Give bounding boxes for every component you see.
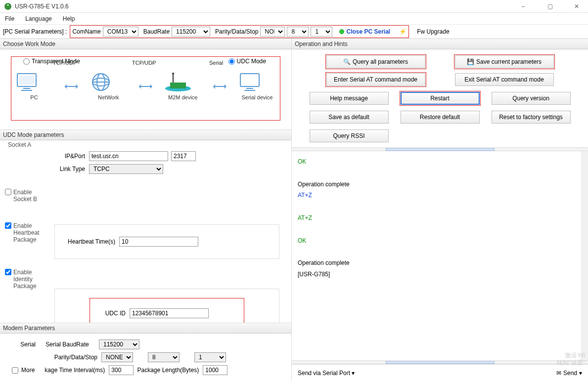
modem-databits-select[interactable]: 8 xyxy=(148,352,180,362)
enter-at-label: Enter Serial AT command mode xyxy=(334,76,417,83)
udc-mode-label: UDC Mode xyxy=(237,58,266,65)
enable-identity-label: Enable Identity Package xyxy=(13,269,43,290)
linktype-select[interactable]: TCPC xyxy=(89,164,163,174)
udc-mode-radio[interactable]: UDC Mode xyxy=(228,58,266,65)
menu-language[interactable]: Language xyxy=(23,14,53,23)
modem-stopbits-select[interactable]: 1 xyxy=(194,352,226,362)
udc-id-label: UDC ID xyxy=(95,310,130,317)
serial-label: Serial xyxy=(5,341,40,348)
ip-input[interactable] xyxy=(89,151,168,161)
splitter-bottom[interactable] xyxy=(292,360,588,364)
query-version-button[interactable]: Query version xyxy=(492,92,571,105)
socket-a-label: Socket A xyxy=(8,141,279,148)
network-icon xyxy=(89,72,113,92)
restart-button[interactable]: Restart xyxy=(401,92,480,105)
stopbits-select[interactable]: 1 xyxy=(311,27,332,37)
query-rssi-button[interactable]: Query RSSI xyxy=(310,129,389,142)
pkglen-input[interactable] xyxy=(203,365,227,375)
close-pc-serial-label: Close PC Serial xyxy=(346,28,390,35)
log-line xyxy=(298,168,575,179)
exit-at-button[interactable]: Exit Serial AT command mode xyxy=(455,73,554,86)
comname-label: ComName xyxy=(72,28,100,35)
enable-heartbeat-label: Enable Heartbeat Package xyxy=(13,222,48,243)
enable-identity-checkbox[interactable]: Enable Identity Package xyxy=(5,269,279,290)
comname-select[interactable]: COM13 xyxy=(103,27,138,37)
work-mode-box: Transparent Mode UDC Mode TCP/UDP TCP/UD… xyxy=(11,56,280,121)
operations-grid-2: Help message Restart Query version Save … xyxy=(292,92,588,147)
send-via-dropdown[interactable]: Send via Serial Port ▾ xyxy=(298,370,355,377)
reset-factory-button[interactable]: Reset to factory settings xyxy=(492,111,571,124)
parity-select[interactable]: NONE xyxy=(260,27,285,37)
svg-rect-11 xyxy=(170,83,186,88)
heartbeat-time-input[interactable] xyxy=(119,237,198,247)
query-all-button[interactable]: 🔍Query all parameters xyxy=(326,55,425,68)
pc-icon xyxy=(14,72,39,92)
more-label: More xyxy=(21,367,35,374)
heartbeat-time-label: Heartbeat Time(s) xyxy=(60,238,119,245)
more-checkbox[interactable]: More xyxy=(12,367,35,374)
menu-help[interactable]: Help xyxy=(61,14,77,23)
enable-socket-b-checkbox[interactable]: Enable Socket B xyxy=(5,189,279,203)
grip-icon xyxy=(386,148,495,151)
close-pc-serial-link[interactable]: Close PC Serial xyxy=(339,28,390,35)
m2m-label: M2M device xyxy=(163,94,203,100)
operation-hints-header: Operation and Hints xyxy=(292,39,588,49)
serial-device-icon xyxy=(237,72,262,92)
splitter[interactable] xyxy=(292,147,588,151)
serial-device-label: Serial device xyxy=(237,94,277,100)
operations-grid: 🔍Query all parameters 💾Save current para… xyxy=(292,49,588,92)
modem-pds-label: Parity/Data/Stop xyxy=(5,354,101,361)
dropdown-icon: ▾ xyxy=(352,370,355,377)
minimize-button[interactable]: – xyxy=(516,3,531,10)
save-icon: 💾 xyxy=(467,58,474,65)
window-title: USR-G785-E V1.0.6 xyxy=(15,3,69,10)
bidir-arrow-icon: ⟷ xyxy=(64,80,79,92)
log-line: OK xyxy=(298,156,575,168)
reset-factory-label: Reset to factory settings xyxy=(499,114,563,121)
modem-parity-select[interactable]: NONE xyxy=(101,352,133,362)
send-button[interactable]: ✉ Send ▾ xyxy=(556,370,582,377)
bidir-arrow-icon: ⟷ xyxy=(213,80,227,92)
baudrate-select[interactable]: 115200 xyxy=(172,27,210,37)
udc-id-input[interactable] xyxy=(130,308,209,318)
network-label: NetWork xyxy=(89,94,128,100)
grip-icon xyxy=(386,361,495,364)
help-message-button[interactable]: Help message xyxy=(310,92,389,105)
pc-serial-params-label: [PC Serial Parameters] : xyxy=(3,28,67,35)
maximize-button[interactable]: ▢ xyxy=(543,3,557,10)
restore-default-button[interactable]: Restore default xyxy=(401,111,480,124)
log-line: OK xyxy=(298,235,575,247)
fw-upgrade-label: Fw Upgrade xyxy=(417,28,449,35)
send-icon: ✉ xyxy=(556,370,561,377)
enter-at-button[interactable]: Enter Serial AT command mode xyxy=(326,73,425,86)
interval-label: kage Time Interval(ms) xyxy=(35,367,109,374)
send-label: Send xyxy=(563,370,577,377)
help-label: Help message xyxy=(330,95,368,102)
svg-rect-3 xyxy=(19,76,34,85)
close-button[interactable]: ✕ xyxy=(569,3,584,10)
pc-label: PC xyxy=(14,94,54,100)
serial-params-bar: [PC Serial Parameters] : ComName COM13 B… xyxy=(0,25,588,39)
label-tcpudp-1: TCP/UDP xyxy=(53,60,77,66)
titlebar: USR-G785-E V1.0.6 – ▢ ✕ xyxy=(0,0,588,13)
send-via-label: Send via Serial Port xyxy=(298,370,350,377)
serial-baudrate-label: Serial BaudRate xyxy=(40,341,99,348)
port-input[interactable] xyxy=(171,151,196,161)
fw-upgrade-link[interactable]: Fw Upgrade xyxy=(417,28,449,35)
query-version-label: Query version xyxy=(512,95,549,102)
databits-select[interactable]: 8 xyxy=(287,27,309,37)
interval-input[interactable] xyxy=(109,365,134,375)
query-all-label: Query all parameters xyxy=(353,58,408,65)
menu-file[interactable]: File xyxy=(3,14,16,23)
enable-socket-b-label: Enable Socket B xyxy=(13,189,43,203)
bidir-arrow-icon: ⟷ xyxy=(138,80,153,92)
svg-rect-14 xyxy=(240,74,259,86)
save-default-button[interactable]: Save as default xyxy=(310,111,389,124)
udc-params-area: Socket A IP&Port Link Type TCPC Enable S… xyxy=(0,140,291,323)
log-area[interactable]: OK Operation completeAT+Z AT+Z OK Operat… xyxy=(292,151,588,360)
serial-baudrate-select[interactable]: 115200 xyxy=(99,339,139,349)
save-current-button[interactable]: 💾Save current parameters xyxy=(455,55,554,68)
query-rssi-label: Query RSSI xyxy=(333,132,364,139)
watermark: 激活 Wi 转到"设置" xyxy=(557,352,585,366)
watermark-line2: 转到"设置" xyxy=(557,359,585,366)
